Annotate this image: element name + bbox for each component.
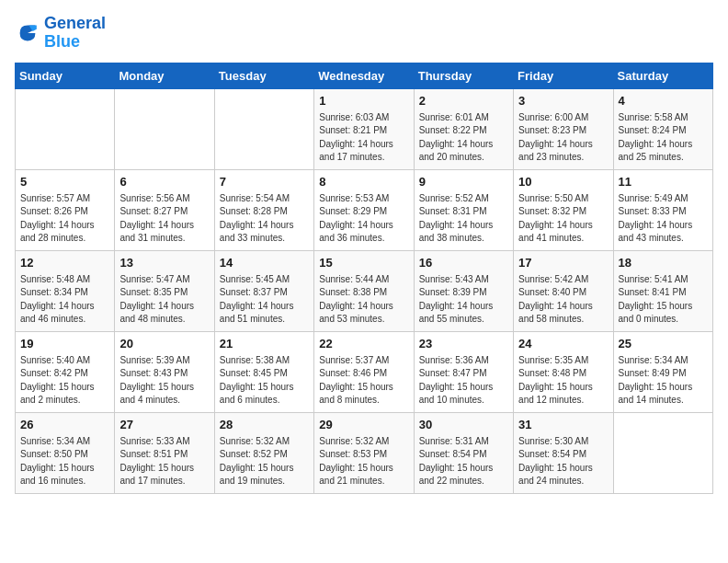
calendar-day-6: 6Sunrise: 5:56 AM Sunset: 8:27 PM Daylig… (115, 169, 214, 250)
day-info: Sunrise: 5:31 AM Sunset: 8:54 PM Dayligh… (419, 435, 508, 488)
day-info: Sunrise: 5:38 AM Sunset: 8:45 PM Dayligh… (220, 354, 309, 408)
day-number: 1 (319, 93, 408, 109)
day-number: 12 (20, 255, 109, 271)
calendar-day-31: 31Sunrise: 5:30 AM Sunset: 8:54 PM Dayli… (514, 412, 613, 493)
day-info: Sunrise: 5:48 AM Sunset: 8:34 PM Dayligh… (20, 273, 109, 327)
day-info: Sunrise: 5:30 AM Sunset: 8:54 PM Dayligh… (518, 435, 608, 488)
calendar-day-13: 13Sunrise: 5:47 AM Sunset: 8:35 PM Dayli… (115, 250, 214, 331)
day-info: Sunrise: 5:34 AM Sunset: 8:49 PM Dayligh… (619, 354, 708, 408)
day-number: 5 (20, 174, 109, 190)
day-info: Sunrise: 5:45 AM Sunset: 8:37 PM Dayligh… (220, 273, 309, 327)
day-info: Sunrise: 5:56 AM Sunset: 8:27 PM Dayligh… (119, 192, 209, 246)
calendar-week-row: 19Sunrise: 5:40 AM Sunset: 8:42 PM Dayli… (16, 331, 713, 412)
column-header-saturday: Saturday (613, 63, 712, 88)
day-info: Sunrise: 6:03 AM Sunset: 8:21 PM Dayligh… (319, 111, 408, 165)
calendar-day-11: 11Sunrise: 5:49 AM Sunset: 8:33 PM Dayli… (613, 169, 712, 250)
calendar-empty-cell (613, 412, 712, 493)
day-info: Sunrise: 6:00 AM Sunset: 8:23 PM Dayligh… (518, 111, 608, 165)
calendar-day-18: 18Sunrise: 5:41 AM Sunset: 8:41 PM Dayli… (613, 250, 712, 331)
calendar-day-25: 25Sunrise: 5:34 AM Sunset: 8:49 PM Dayli… (613, 331, 712, 412)
calendar-day-30: 30Sunrise: 5:31 AM Sunset: 8:54 PM Dayli… (414, 412, 513, 493)
calendar-day-7: 7Sunrise: 5:54 AM Sunset: 8:28 PM Daylig… (214, 169, 313, 250)
day-number: 31 (518, 417, 608, 433)
day-info: Sunrise: 5:44 AM Sunset: 8:38 PM Dayligh… (319, 273, 408, 327)
calendar-empty-cell (115, 88, 214, 169)
day-info: Sunrise: 5:43 AM Sunset: 8:39 PM Dayligh… (419, 273, 508, 327)
calendar-day-1: 1Sunrise: 6:03 AM Sunset: 8:21 PM Daylig… (314, 88, 414, 169)
calendar-day-23: 23Sunrise: 5:36 AM Sunset: 8:47 PM Dayli… (414, 331, 513, 412)
day-number: 2 (419, 93, 508, 109)
calendar-day-5: 5Sunrise: 5:57 AM Sunset: 8:26 PM Daylig… (16, 169, 115, 250)
logo-icon (15, 20, 40, 46)
day-info: Sunrise: 5:35 AM Sunset: 8:48 PM Dayligh… (518, 354, 608, 408)
day-info: Sunrise: 5:32 AM Sunset: 8:52 PM Dayligh… (220, 435, 309, 488)
day-number: 3 (518, 93, 608, 109)
calendar-day-15: 15Sunrise: 5:44 AM Sunset: 8:38 PM Dayli… (314, 250, 414, 331)
day-info: Sunrise: 5:34 AM Sunset: 8:50 PM Dayligh… (20, 435, 109, 488)
day-number: 13 (119, 255, 209, 271)
day-number: 17 (518, 255, 608, 271)
day-number: 8 (319, 174, 408, 190)
day-info: Sunrise: 5:50 AM Sunset: 8:32 PM Dayligh… (518, 192, 608, 246)
calendar-day-8: 8Sunrise: 5:53 AM Sunset: 8:29 PM Daylig… (314, 169, 414, 250)
day-number: 22 (319, 336, 408, 352)
day-number: 23 (419, 336, 508, 352)
day-number: 18 (619, 255, 708, 271)
day-number: 21 (220, 336, 309, 352)
day-info: Sunrise: 5:42 AM Sunset: 8:40 PM Dayligh… (518, 273, 608, 327)
calendar-day-4: 4Sunrise: 5:58 AM Sunset: 8:24 PM Daylig… (613, 88, 712, 169)
day-info: Sunrise: 5:40 AM Sunset: 8:42 PM Dayligh… (20, 354, 109, 408)
day-info: Sunrise: 5:49 AM Sunset: 8:33 PM Dayligh… (619, 192, 708, 246)
calendar-header-row: SundayMondayTuesdayWednesdayThursdayFrid… (16, 63, 713, 88)
day-info: Sunrise: 5:53 AM Sunset: 8:29 PM Dayligh… (319, 192, 408, 246)
page-header: General Blue (15, 15, 713, 52)
column-header-monday: Monday (115, 63, 214, 88)
calendar-day-19: 19Sunrise: 5:40 AM Sunset: 8:42 PM Dayli… (16, 331, 115, 412)
column-header-friday: Friday (514, 63, 613, 88)
calendar-day-12: 12Sunrise: 5:48 AM Sunset: 8:34 PM Dayli… (16, 250, 115, 331)
calendar-week-row: 1Sunrise: 6:03 AM Sunset: 8:21 PM Daylig… (16, 88, 713, 169)
column-header-sunday: Sunday (16, 63, 115, 88)
calendar-day-16: 16Sunrise: 5:43 AM Sunset: 8:39 PM Dayli… (414, 250, 513, 331)
calendar-empty-cell (16, 88, 115, 169)
day-number: 24 (518, 336, 608, 352)
day-number: 11 (619, 174, 708, 190)
day-number: 28 (220, 417, 309, 433)
day-number: 9 (419, 174, 508, 190)
day-info: Sunrise: 5:58 AM Sunset: 8:24 PM Dayligh… (619, 111, 708, 165)
calendar-day-27: 27Sunrise: 5:33 AM Sunset: 8:51 PM Dayli… (115, 412, 214, 493)
day-number: 29 (319, 417, 408, 433)
calendar-day-26: 26Sunrise: 5:34 AM Sunset: 8:50 PM Dayli… (16, 412, 115, 493)
day-number: 15 (319, 255, 408, 271)
day-number: 4 (619, 93, 708, 109)
day-info: Sunrise: 5:52 AM Sunset: 8:31 PM Dayligh… (419, 192, 508, 246)
day-number: 27 (119, 417, 209, 433)
calendar-day-24: 24Sunrise: 5:35 AM Sunset: 8:48 PM Dayli… (514, 331, 613, 412)
calendar-day-21: 21Sunrise: 5:38 AM Sunset: 8:45 PM Dayli… (214, 331, 313, 412)
day-info: Sunrise: 5:47 AM Sunset: 8:35 PM Dayligh… (119, 273, 209, 327)
day-number: 10 (518, 174, 608, 190)
calendar-day-20: 20Sunrise: 5:39 AM Sunset: 8:43 PM Dayli… (115, 331, 214, 412)
calendar-week-row: 5Sunrise: 5:57 AM Sunset: 8:26 PM Daylig… (16, 169, 713, 250)
day-number: 19 (20, 336, 109, 352)
calendar-day-10: 10Sunrise: 5:50 AM Sunset: 8:32 PM Dayli… (514, 169, 613, 250)
day-number: 14 (220, 255, 309, 271)
day-info: Sunrise: 5:39 AM Sunset: 8:43 PM Dayligh… (119, 354, 209, 408)
day-info: Sunrise: 5:36 AM Sunset: 8:47 PM Dayligh… (419, 354, 508, 408)
day-number: 26 (20, 417, 109, 433)
calendar-day-14: 14Sunrise: 5:45 AM Sunset: 8:37 PM Dayli… (214, 250, 313, 331)
column-header-tuesday: Tuesday (214, 63, 313, 88)
day-number: 6 (119, 174, 209, 190)
day-number: 20 (119, 336, 209, 352)
column-header-wednesday: Wednesday (314, 63, 414, 88)
logo-text: General Blue (44, 15, 106, 52)
day-info: Sunrise: 6:01 AM Sunset: 8:22 PM Dayligh… (419, 111, 508, 165)
calendar-empty-cell (214, 88, 313, 169)
calendar-day-2: 2Sunrise: 6:01 AM Sunset: 8:22 PM Daylig… (414, 88, 513, 169)
day-info: Sunrise: 5:54 AM Sunset: 8:28 PM Dayligh… (220, 192, 309, 246)
day-info: Sunrise: 5:33 AM Sunset: 8:51 PM Dayligh… (119, 435, 209, 488)
calendar-week-row: 12Sunrise: 5:48 AM Sunset: 8:34 PM Dayli… (16, 250, 713, 331)
calendar-day-3: 3Sunrise: 6:00 AM Sunset: 8:23 PM Daylig… (514, 88, 613, 169)
column-header-thursday: Thursday (414, 63, 513, 88)
calendar-day-17: 17Sunrise: 5:42 AM Sunset: 8:40 PM Dayli… (514, 250, 613, 331)
